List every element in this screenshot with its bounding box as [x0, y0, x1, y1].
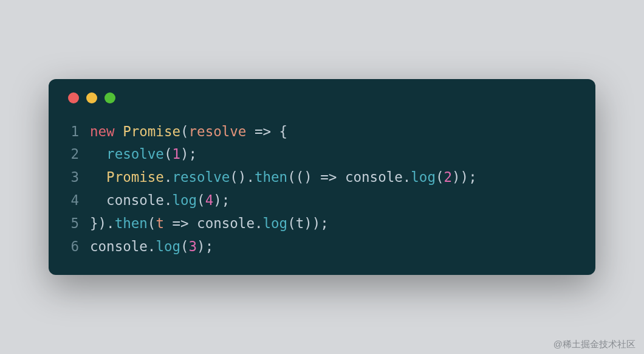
- code-token: Promise: [106, 169, 164, 185]
- code-token: );: [197, 238, 213, 254]
- code-token: =>: [164, 215, 197, 231]
- code-token: resolve: [172, 169, 230, 185]
- code-token: Promise: [123, 123, 180, 139]
- code-token: then: [255, 169, 287, 185]
- code-token: [337, 169, 345, 185]
- code-line: 6console.log(3);: [66, 235, 578, 259]
- code-token: );: [180, 146, 197, 162]
- line-number: 1: [66, 120, 90, 144]
- line-number: 2: [66, 143, 90, 166]
- code-token: );: [213, 192, 230, 208]
- line-content: resolve(1);: [90, 143, 197, 166]
- code-token: .: [164, 192, 173, 208]
- code-token: 3: [189, 238, 197, 254]
- code-token: log: [411, 169, 436, 185]
- code-token: 4: [205, 192, 214, 208]
- code-token: .: [148, 238, 156, 254]
- code-token: 2: [444, 169, 453, 185]
- line-content: new Promise(resolve => {: [90, 120, 287, 144]
- traffic-lights: [66, 92, 578, 103]
- line-number: 6: [66, 235, 90, 259]
- code-token: new: [90, 123, 115, 139]
- code-token: resolve: [106, 146, 164, 162]
- line-content: console.log(4);: [90, 189, 230, 212]
- minimize-icon: [86, 92, 97, 103]
- code-window: 1new Promise(resolve => {2 resolve(1);3 …: [49, 79, 595, 276]
- code-token: {: [279, 123, 288, 139]
- code-token: (: [287, 215, 296, 231]
- watermark-text: @稀土掘金技术社区: [553, 339, 635, 350]
- code-block: 1new Promise(resolve => {2 resolve(1);3 …: [66, 120, 578, 259]
- code-token: resolve: [189, 123, 247, 139]
- code-token: .: [164, 169, 173, 185]
- code-token: console: [197, 215, 255, 231]
- code-token: log: [172, 192, 197, 208]
- code-token: log: [262, 215, 287, 231]
- close-icon: [68, 92, 79, 103]
- code-token: [90, 192, 106, 208]
- code-token: console: [345, 169, 403, 185]
- code-token: then: [115, 215, 148, 231]
- code-line: 3 Promise.resolve().then(() => console.l…: [66, 166, 578, 189]
- line-number: 3: [66, 166, 90, 189]
- line-content: console.log(3);: [90, 235, 213, 259]
- code-token: [115, 123, 123, 139]
- code-token: ((): [287, 169, 320, 185]
- code-token: ));: [452, 169, 477, 185]
- code-token: t: [296, 215, 304, 231]
- code-token: ().: [230, 169, 255, 185]
- code-line: 4 console.log(4);: [66, 189, 578, 212]
- code-token: 1: [172, 146, 180, 162]
- code-token: .: [403, 169, 411, 185]
- code-token: =>: [246, 123, 279, 139]
- line-number: 4: [66, 189, 90, 212]
- maximize-icon: [104, 92, 115, 103]
- code-token: (: [148, 215, 156, 231]
- code-token: (: [180, 238, 189, 254]
- code-token: t: [156, 215, 164, 231]
- line-number: 5: [66, 212, 90, 235]
- code-token: (: [197, 192, 205, 208]
- code-token: .: [255, 215, 263, 231]
- line-content: }).then(t => console.log(t));: [90, 212, 329, 235]
- line-content: Promise.resolve().then(() => console.log…: [90, 166, 477, 189]
- code-token: log: [156, 238, 180, 254]
- code-token: [90, 169, 106, 185]
- code-line: 2 resolve(1);: [66, 143, 578, 166]
- code-token: (: [436, 169, 444, 185]
- code-token: console: [106, 192, 164, 208]
- code-token: }).: [90, 215, 115, 231]
- code-token: (: [164, 146, 173, 162]
- code-token: (: [180, 123, 189, 139]
- code-token: ));: [304, 215, 329, 231]
- code-token: [90, 146, 106, 162]
- code-line: 5}).then(t => console.log(t));: [66, 212, 578, 235]
- code-token: console: [90, 238, 148, 254]
- code-token: =>: [320, 169, 337, 185]
- code-line: 1new Promise(resolve => {: [66, 120, 578, 144]
